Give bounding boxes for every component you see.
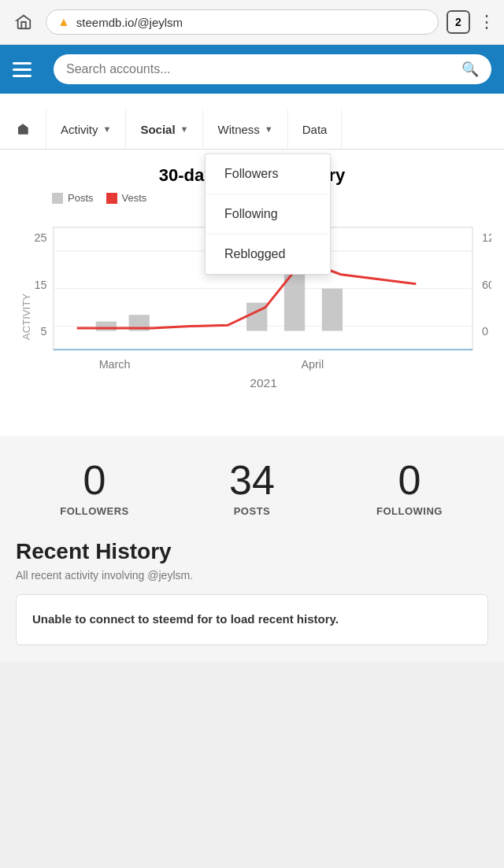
tab-witness[interactable]: Witness ▼ (203, 109, 287, 149)
svg-text:April: April (301, 358, 324, 371)
posts-legend-label: Posts (68, 192, 94, 204)
svg-text:0: 0 (482, 325, 488, 338)
svg-text:25: 25 (35, 231, 47, 244)
stats-section: 0 FOLLOWERS 34 POSTS 0 FOLLOWING (0, 436, 504, 533)
posts-count: 34 (173, 460, 331, 500)
recent-history-section: Recent History All recent activity invol… (0, 533, 504, 661)
vests-legend-label: Vests (122, 192, 147, 204)
security-warning-icon: ▲ (57, 15, 70, 29)
recent-history-title: Recent History (16, 539, 488, 564)
svg-text:March: March (99, 358, 131, 371)
tab-count-badge[interactable]: 2 (447, 10, 470, 34)
tab-social[interactable]: Social ▼ (126, 109, 203, 149)
browser-chrome: ▲ steemdb.io/@jeylsm 2 ⋮ (0, 0, 504, 45)
svg-text:2021: 2021 (250, 376, 277, 390)
app-header: 🔍 (0, 45, 504, 94)
tab-data[interactable]: Data (288, 109, 343, 149)
dropdown-item-reblogged[interactable]: Reblogged (206, 235, 330, 274)
svg-rect-12 (96, 322, 117, 331)
tab-home[interactable] (0, 109, 46, 149)
svg-text:ACTIVITY: ACTIVITY (20, 294, 32, 340)
svg-text:60: 60 (482, 279, 491, 291)
recent-history-subtitle: All recent activity involving @jeylsm. (16, 569, 488, 582)
vests-legend-icon (106, 193, 117, 204)
legend-vests: Vests (106, 192, 147, 204)
followers-label: FOLLOWERS (16, 505, 173, 517)
followers-count: 0 (16, 460, 173, 500)
address-bar[interactable]: ▲ steemdb.io/@jeylsm (46, 9, 439, 35)
spacer (0, 94, 504, 109)
svg-text:15: 15 (35, 279, 47, 291)
activity-caret-icon: ▼ (103, 124, 112, 134)
posts-legend-icon (52, 193, 63, 204)
hamburger-menu-button[interactable] (13, 55, 41, 83)
following-label: FOLLOWING (331, 505, 488, 517)
error-message-text: Unable to connect to steemd for to load … (32, 611, 472, 629)
posts-label: POSTS (173, 505, 331, 517)
svg-rect-16 (322, 289, 343, 331)
nav-tabs: Activity ▼ Social ▼ Witness ▼ Data (0, 109, 504, 150)
error-message-box: Unable to connect to steemd for to load … (16, 594, 488, 645)
nav-tabs-container: Activity ▼ Social ▼ Witness ▼ Data Follo… (0, 109, 504, 150)
search-input[interactable] (66, 62, 455, 76)
followers-stat: 0 FOLLOWERS (16, 460, 173, 517)
following-stat: 0 FOLLOWING (331, 460, 488, 517)
dropdown-item-followers[interactable]: Followers (206, 154, 330, 194)
dropdown-item-following[interactable]: Following (206, 194, 330, 235)
svg-text:5: 5 (41, 325, 47, 338)
svg-text:VESTS: VESTS (491, 300, 491, 334)
browser-home-button[interactable] (9, 8, 38, 36)
posts-stat: 34 POSTS (173, 460, 331, 517)
search-bar[interactable]: 🔍 (54, 54, 491, 84)
social-caret-icon: ▼ (180, 124, 189, 134)
legend-posts: Posts (52, 192, 94, 204)
witness-caret-icon: ▼ (265, 124, 273, 134)
following-count: 0 (331, 460, 488, 500)
search-icon: 🔍 (461, 61, 479, 78)
svg-text:120: 120 (482, 231, 491, 244)
social-dropdown-menu: Followers Following Reblogged (205, 153, 331, 275)
address-text: steemdb.io/@jeylsm (76, 16, 183, 29)
tab-activity[interactable]: Activity ▼ (46, 109, 126, 149)
browser-more-button[interactable]: ⋮ (478, 12, 495, 32)
